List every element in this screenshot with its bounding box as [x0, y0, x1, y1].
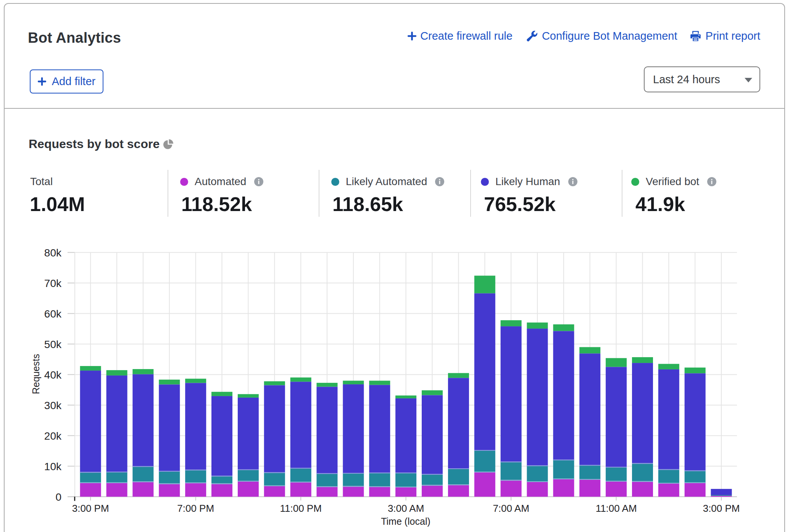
svg-text:11:00 AM: 11:00 AM [596, 503, 637, 514]
svg-text:40k: 40k [44, 369, 62, 381]
svg-text:3:00 AM: 3:00 AM [388, 503, 424, 514]
svg-text:10k: 10k [44, 461, 62, 472]
svg-text:70k: 70k [44, 277, 62, 289]
svg-text:7:00 PM: 7:00 PM [177, 503, 214, 514]
svg-text:Time (local): Time (local) [381, 516, 430, 527]
svg-text:3:00 PM: 3:00 PM [703, 503, 740, 514]
svg-text:Requests: Requests [31, 354, 41, 394]
svg-text:60k: 60k [44, 308, 62, 320]
svg-text:7:00 AM: 7:00 AM [493, 503, 529, 514]
svg-text:20k: 20k [44, 430, 62, 442]
svg-text:0: 0 [55, 491, 61, 503]
svg-text:30k: 30k [44, 400, 62, 411]
svg-text:50k: 50k [44, 339, 62, 350]
svg-text:80k: 80k [44, 247, 62, 259]
svg-text:3:00 PM: 3:00 PM [72, 503, 109, 514]
svg-text:11:00 PM: 11:00 PM [280, 503, 322, 514]
